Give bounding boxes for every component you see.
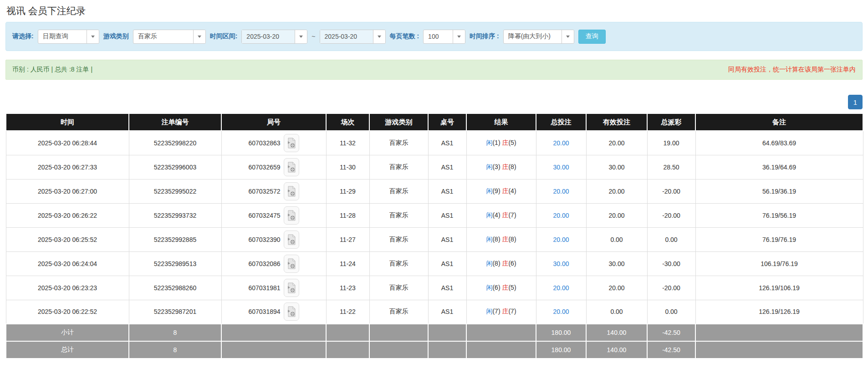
chevron-down-icon	[373, 30, 385, 43]
page-size-select[interactable]: 100	[423, 30, 465, 44]
result-banker-score: (8)	[508, 236, 516, 243]
date-to-value: 2025-03-20	[320, 30, 373, 43]
total-bet-link[interactable]: 20.00	[553, 188, 569, 195]
column-header: 有效投注	[586, 113, 647, 131]
cell-bet-id: 522352989513	[129, 251, 221, 276]
result-banker-score: (5)	[508, 284, 516, 291]
round-wrap: 607032572	[248, 182, 299, 200]
cell-table-no: AS1	[428, 227, 466, 251]
video-replay-button[interactable]	[284, 158, 299, 176]
cell-round: 607031894	[221, 300, 326, 324]
video-replay-button[interactable]	[284, 302, 299, 321]
cell-game-type: 百家乐	[369, 155, 428, 179]
cell-total-bet: 30.00	[536, 251, 586, 276]
cell-game-type: 百家乐	[369, 227, 428, 251]
date-to-select[interactable]: 2025-03-20	[320, 30, 386, 44]
cell-game-type: 百家乐	[369, 203, 428, 227]
summary-empty-cell	[428, 341, 466, 359]
video-replay-icon	[287, 306, 296, 317]
date-range-label: 时间区间:	[210, 32, 238, 41]
total-bet-link[interactable]: 20.00	[553, 212, 569, 219]
cell-payout: 0.00	[647, 227, 695, 251]
video-replay-button[interactable]	[284, 206, 299, 225]
date-from-select[interactable]: 2025-03-20	[241, 30, 307, 44]
round-wrap: 607032086	[248, 255, 299, 273]
cell-game-type: 百家乐	[369, 300, 428, 324]
subtotal-row: 小计8180.00140.00-42.50	[6, 324, 863, 341]
chevron-down-icon	[193, 30, 205, 43]
date-from-value: 2025-03-20	[242, 30, 295, 43]
cell-bet-id: 522352996003	[129, 155, 221, 179]
summary-empty-cell	[221, 341, 326, 359]
column-header: 结果	[466, 113, 536, 131]
summary-label: 总计	[6, 341, 129, 359]
cell-remark: 106.19/76.19	[695, 251, 863, 276]
cell-payout: -30.00	[647, 251, 695, 276]
cell-time: 2025-03-20 06:27:33	[6, 155, 129, 179]
cell-round: 607032863	[221, 131, 326, 155]
round-number: 607032475	[248, 212, 280, 219]
mode-select[interactable]: 日期查询	[38, 30, 99, 44]
cell-total-bet: 20.00	[536, 276, 586, 300]
cell-session: 11-27	[326, 227, 369, 251]
table-row: 2025-03-20 06:24:04522352989513607032086…	[6, 251, 863, 276]
summary-empty-cell	[221, 324, 326, 341]
total-bet-link[interactable]: 20.00	[553, 284, 569, 292]
sort-select[interactable]: 降幂(由大到小)	[503, 30, 574, 44]
result-player: 闲	[486, 139, 492, 146]
summary-empty-cell	[326, 341, 369, 359]
result-player: 闲	[486, 163, 492, 170]
total-bet-link[interactable]: 20.00	[553, 236, 569, 243]
video-replay-button[interactable]	[284, 182, 299, 200]
sort-label: 时间排序 :	[470, 32, 499, 41]
cell-time: 2025-03-20 06:25:52	[6, 227, 129, 251]
round-wrap: 607031894	[248, 302, 299, 321]
cell-game-type: 百家乐	[369, 251, 428, 276]
game-type-value: 百家乐	[133, 30, 193, 43]
summary-empty-cell	[428, 324, 466, 341]
cell-total-bet: 20.00	[536, 227, 586, 251]
cell-bet-id: 522352995022	[129, 179, 221, 203]
summary-empty-cell	[369, 341, 428, 359]
round-wrap: 607032475	[248, 206, 299, 225]
video-replay-button[interactable]	[284, 279, 299, 297]
game-type-select[interactable]: 百家乐	[133, 30, 206, 44]
round-wrap: 607032863	[248, 134, 299, 152]
result-player-score: (7)	[492, 308, 502, 315]
column-header: 时间	[6, 113, 129, 131]
cell-round: 607032086	[221, 251, 326, 276]
video-replay-button[interactable]	[284, 231, 299, 249]
cell-payout: 28.50	[647, 155, 695, 179]
table-row: 2025-03-20 06:27:33522352996003607032659…	[6, 155, 863, 179]
total-bet-link[interactable]: 30.00	[553, 260, 569, 267]
cell-time: 2025-03-20 06:22:52	[6, 300, 129, 324]
summary-payout: -42.50	[647, 341, 695, 359]
cell-table-no: AS1	[428, 251, 466, 276]
summary-count: 8	[129, 324, 221, 341]
total-bet-link[interactable]: 30.00	[553, 164, 569, 171]
result-player-score: (9)	[492, 187, 502, 195]
video-replay-button[interactable]	[284, 134, 299, 152]
pagination: 1	[5, 95, 863, 109]
column-header: 备注	[695, 113, 863, 131]
result-banker-score: (5)	[508, 139, 516, 146]
video-replay-button[interactable]	[284, 255, 299, 273]
total-row: 总计8180.00140.00-42.50	[6, 341, 863, 359]
cell-result: 闲(8) 庄(6)	[466, 251, 536, 276]
summary-count: 8	[129, 341, 221, 359]
cell-table-no: AS1	[428, 179, 466, 203]
total-bet-link[interactable]: 20.00	[553, 308, 569, 315]
mode-select-value: 日期查询	[38, 30, 87, 43]
result-player: 闲	[486, 308, 492, 315]
search-button[interactable]: 查询	[578, 30, 606, 44]
result-player-score: (6)	[492, 284, 502, 291]
page: 视讯 会员下注纪录 请选择: 日期查询 游戏类别 百家乐 时间区间: 2025-…	[0, 0, 868, 359]
summary-total-bet: 180.00	[536, 341, 586, 359]
cell-time: 2025-03-20 06:28:44	[6, 131, 129, 155]
result-player-score: (1)	[492, 139, 502, 146]
total-bet-link[interactable]: 20.00	[553, 139, 569, 147]
page-number-button[interactable]: 1	[848, 95, 863, 109]
cell-valid-bet: 20.00	[586, 276, 647, 300]
cell-table-no: AS1	[428, 203, 466, 227]
cell-bet-id: 522352992885	[129, 227, 221, 251]
